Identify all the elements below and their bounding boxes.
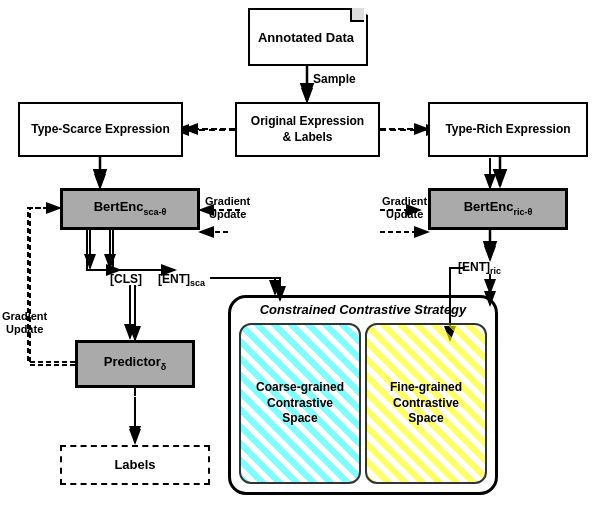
bertenc-sca-box: BertEncsca-θ: [60, 188, 200, 230]
coarse-grained-label: Coarse-grained Contrastive Space: [249, 380, 351, 427]
fine-grained-label: Fine-grained Contrastive Space: [375, 380, 477, 427]
doc-fold: [350, 8, 364, 22]
ent-sca-label: [ENT]sca: [158, 272, 205, 288]
bertenc-ric-sub: ric-θ: [513, 207, 532, 217]
annotated-data-label: Annotated Data: [258, 30, 358, 45]
gradient-update-right-label: GradientUpdate: [382, 195, 427, 221]
labels-box: Labels: [60, 445, 210, 485]
type-rich-label: Type-Rich Expression: [445, 122, 570, 138]
original-expression-label: Original Expression& Labels: [251, 114, 364, 145]
type-rich-box: Type-Rich Expression: [428, 102, 588, 157]
fine-grained-box: Fine-grained Contrastive Space: [365, 323, 487, 484]
bertenc-sca-sub: sca-θ: [143, 207, 166, 217]
bertenc-ric-box: BertEncric-θ: [428, 188, 568, 230]
ent-ric-label: [ENT]ric: [458, 260, 501, 276]
diagram: Annotated Data Sample Original Expressio…: [0, 0, 614, 520]
gradient-update-left-label: GradientUpdate: [205, 195, 250, 221]
type-scarce-label: Type-Scarce Expression: [31, 122, 170, 138]
original-expression-box: Original Expression& Labels: [235, 102, 380, 157]
type-scarce-box: Type-Scarce Expression: [18, 102, 183, 157]
ccs-inner: Coarse-grained Contrastive Space Fine-gr…: [231, 319, 495, 492]
ccs-title: Constrained Contrastive Strategy: [231, 298, 495, 319]
gradient-update-far-left-label: GradientUpdate: [2, 310, 47, 336]
bertenc-sca-label: BertEncsca-θ: [94, 199, 167, 218]
ccs-box: Constrained Contrastive Strategy Coarse-…: [228, 295, 498, 495]
sample-label: Sample: [313, 72, 356, 86]
cls-label: [CLS]: [110, 272, 142, 286]
labels-text: Labels: [114, 457, 155, 474]
coarse-grained-box: Coarse-grained Contrastive Space: [239, 323, 361, 484]
predictor-box: Predictorδ: [75, 340, 195, 388]
predictor-label: Predictorδ: [104, 354, 167, 373]
bertenc-ric-label: BertEncric-θ: [464, 199, 533, 218]
